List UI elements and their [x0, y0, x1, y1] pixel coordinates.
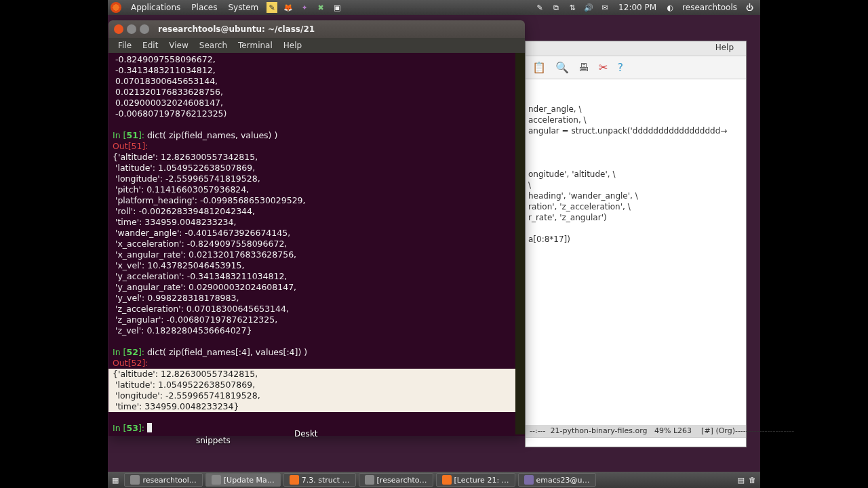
network-icon[interactable]: ⇅: [567, 2, 578, 13]
emacs-help-icon[interactable]: ?: [617, 61, 623, 74]
menu-applications[interactable]: Applications: [125, 3, 186, 12]
menu-places[interactable]: Places: [186, 3, 222, 12]
clock[interactable]: 12:00 PM: [618, 3, 656, 12]
edit-icon[interactable]: ✎: [534, 2, 545, 13]
emacs-buffer[interactable]: nder_angle, \ acceleration, \ angular = …: [526, 79, 746, 247]
cut-icon[interactable]: ✂: [599, 61, 608, 74]
window-minimize-button[interactable]: [127, 24, 136, 34]
task-researchtools[interactable]: researchtool…: [124, 473, 202, 487]
emacs-modeline: --:--- 21-python-binary-files.org 49% L2…: [526, 425, 746, 437]
trash-icon[interactable]: 🗑: [749, 476, 756, 485]
task-terminal-2[interactable]: [researchto…: [359, 473, 433, 487]
window-maximize-button[interactable]: [140, 24, 149, 34]
workspace-switcher-icon[interactable]: ▤: [738, 476, 745, 485]
show-desktop-icon[interactable]: ▦: [112, 476, 119, 485]
firefox-icon[interactable]: 🦊: [283, 2, 294, 13]
term-menu-edit[interactable]: Edit: [137, 41, 163, 50]
terminal-titlebar[interactable]: researchtools@ubuntu: ~/class/21: [108, 20, 525, 38]
cursor: [147, 423, 152, 432]
term-menu-view[interactable]: View: [163, 41, 193, 50]
terminal-task-icon: [130, 475, 140, 485]
pidgin-icon[interactable]: ✦: [299, 2, 310, 13]
task-firefox-struct[interactable]: 7.3. struct …: [283, 473, 356, 487]
top-panel: Applications Places System ✎ 🦊 ✦ ✖ ▣ ✎ ⧉…: [108, 0, 760, 15]
terminal-scrollbar[interactable]: [515, 53, 525, 434]
help-icon[interactable]: ✖: [315, 2, 326, 13]
print-icon[interactable]: 🖶: [578, 61, 589, 74]
terminal-icon[interactable]: ▣: [332, 2, 342, 13]
bottom-panel: ▦ researchtool… [Update Ma… 7.3. struct …: [108, 472, 760, 488]
firefox-task-icon: [290, 475, 299, 485]
desktop-label-snippets[interactable]: snippets: [196, 436, 231, 445]
desktop-label-desktop: Deskt: [294, 429, 318, 439]
shutdown-icon[interactable]: ⏻: [744, 2, 755, 13]
term-menu-file[interactable]: File: [113, 41, 137, 50]
emacs-window: Help 📋 🔍 🖶 ✂ ? nder_angle, \ acceleratio…: [525, 41, 747, 447]
emacs-task-icon: [524, 475, 534, 485]
emacs-menu-help[interactable]: Help: [715, 43, 741, 52]
task-emacs[interactable]: emacs23@u…: [518, 473, 596, 487]
search-icon[interactable]: 🔍: [555, 61, 569, 74]
task-firefox-lecture[interactable]: [Lecture 21: …: [436, 473, 515, 487]
paste-icon[interactable]: 📋: [532, 61, 546, 74]
update-task-icon: [212, 475, 221, 485]
menu-system[interactable]: System: [222, 3, 264, 12]
term-menu-terminal[interactable]: Terminal: [233, 41, 278, 50]
window-title: researchtools@ubuntu: ~/class/21: [158, 24, 315, 34]
firefox-task-icon-2: [442, 475, 452, 485]
user-menu[interactable]: researchtools: [682, 3, 737, 12]
mail-icon[interactable]: ✉: [599, 2, 610, 13]
term-menu-search[interactable]: Search: [194, 41, 233, 50]
ubuntu-logo-icon[interactable]: [111, 2, 121, 13]
emacs-minibuffer[interactable]: [526, 437, 746, 447]
term-menu-help[interactable]: Help: [278, 41, 307, 50]
window-close-button[interactable]: [114, 24, 123, 34]
highlighted-output: {'altitude': 12.826300557342815, 'latitu…: [108, 369, 525, 412]
volume-icon[interactable]: 🔊: [583, 2, 594, 13]
power-icon[interactable]: ◐: [665, 2, 675, 13]
terminal-content[interactable]: -0.8249097558096672, -0.3413483211034812…: [108, 53, 525, 434]
dropbox-icon[interactable]: ⧉: [551, 2, 561, 13]
terminal-window: researchtools@ubuntu: ~/class/21 File Ed…: [108, 20, 525, 436]
terminal-task-icon-2: [365, 475, 374, 485]
terminal-menubar: File Edit View Search Terminal Help: [108, 38, 525, 53]
notes-icon[interactable]: ✎: [267, 2, 277, 13]
task-update-manager[interactable]: [Update Ma…: [205, 473, 281, 487]
